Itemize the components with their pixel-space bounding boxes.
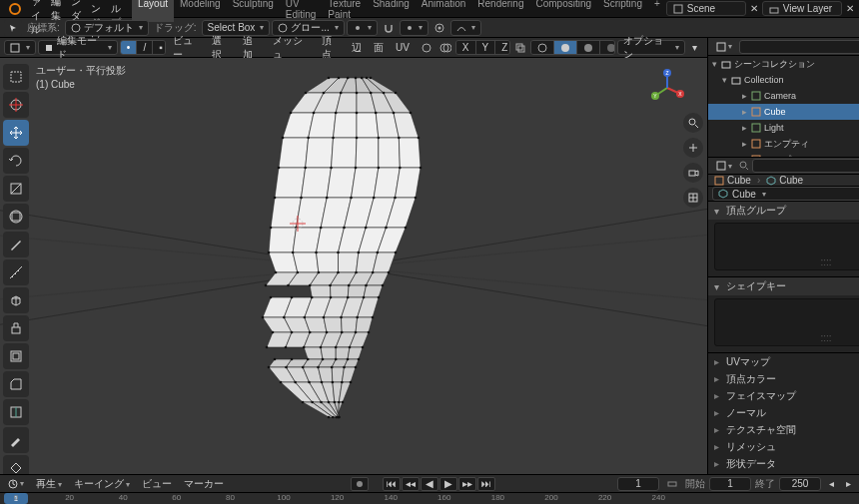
measure-tool[interactable] xyxy=(3,259,29,285)
viewlayer-field[interactable]: View Layer xyxy=(762,1,842,16)
shapekeys-list[interactable]: +− :::: xyxy=(714,298,859,346)
range-toggle[interactable] xyxy=(663,476,681,492)
axis-gizmo[interactable]: X Y Z xyxy=(647,68,687,108)
wireframe-shading[interactable] xyxy=(531,41,554,54)
menu-edit[interactable]: 編集 xyxy=(46,0,66,23)
snap-dropdown[interactable] xyxy=(400,20,429,36)
tl-view-menu[interactable]: ビュー xyxy=(138,477,176,491)
ws-sculpting[interactable]: Sculpting xyxy=(227,0,280,22)
ws-rendering[interactable]: Rendering xyxy=(471,0,529,22)
collection-node[interactable]: ▾Collection☑👁 xyxy=(708,72,859,88)
annotate-tool[interactable] xyxy=(3,232,29,257)
outliner-tree[interactable]: ▾シーンコレクション ▾Collection☑👁 ▸Camera👁▸Cube👁▸… xyxy=(708,56,859,157)
keying-menu[interactable]: キーイング xyxy=(70,477,134,491)
transform-tool[interactable] xyxy=(3,204,29,230)
shading-popover[interactable]: ▾ xyxy=(687,40,704,55)
cursor-tool[interactable] xyxy=(3,92,29,118)
section-collapsed[interactable]: ▸フェイスマップ xyxy=(708,387,859,404)
section-collapsed[interactable]: ▸リメッシュ xyxy=(708,438,859,455)
scene-new[interactable]: ✕ xyxy=(746,1,762,17)
vertex-groups-list[interactable]: +− :::: xyxy=(714,223,859,270)
outliner-item[interactable]: ▸エンプティ👁 xyxy=(708,136,859,152)
outliner-item[interactable]: ▸Light👁 xyxy=(708,120,859,136)
outliner-item[interactable]: ▸エンプティ.001👁 xyxy=(708,152,859,157)
mesh-datablock-dropdown[interactable]: Cube xyxy=(712,187,859,201)
ws-add[interactable]: + xyxy=(648,0,666,22)
ws-shading[interactable]: Shading xyxy=(367,0,416,22)
solid-shading[interactable] xyxy=(554,41,577,54)
knife-tool[interactable] xyxy=(3,427,29,453)
end-frame[interactable]: 250 xyxy=(779,477,821,491)
vertex-select[interactable]: • xyxy=(121,41,138,54)
ws-scripting[interactable]: Scripting xyxy=(597,0,648,22)
outliner-item[interactable]: ▸Cube👁 xyxy=(708,104,859,120)
extrude-tool[interactable] xyxy=(3,315,29,341)
rotate-tool[interactable] xyxy=(3,148,29,174)
overlays-toggle[interactable] xyxy=(436,40,453,55)
outliner-item[interactable]: ▸Camera👁 xyxy=(708,88,859,104)
3d-viewport[interactable]: ユーザー・平行投影 (1) Cube X Y Z xyxy=(0,58,707,474)
camera-icon[interactable] xyxy=(683,163,703,183)
snap-toggle[interactable] xyxy=(380,20,398,36)
ws-uvediting[interactable]: UV Editing xyxy=(280,0,323,22)
add-cube-tool[interactable] xyxy=(3,287,29,313)
face-menu[interactable]: 面 xyxy=(369,41,389,55)
uv-menu[interactable]: UV xyxy=(391,42,415,53)
app-logo[interactable] xyxy=(4,1,26,17)
props-type[interactable] xyxy=(712,158,736,174)
select-box-tool[interactable] xyxy=(3,64,29,90)
section-collapsed[interactable]: ▸頂点カラー xyxy=(708,370,859,387)
xray-toggle[interactable] xyxy=(512,40,529,55)
rendered-shading[interactable] xyxy=(600,41,615,54)
mirror-x[interactable]: X xyxy=(456,41,476,54)
scale-tool[interactable] xyxy=(3,176,29,202)
pivot-dropdown[interactable] xyxy=(347,20,378,36)
outliner-search[interactable] xyxy=(739,40,859,54)
play-reverse[interactable]: ◀ xyxy=(421,477,438,491)
ws-texturepaint[interactable]: Texture Paint xyxy=(322,0,367,22)
section-collapsed[interactable]: ▸形状データ xyxy=(708,455,859,472)
scene-field[interactable]: Scene xyxy=(666,1,746,16)
zoom-icon[interactable] xyxy=(683,113,703,133)
section-collapsed[interactable]: ▸ノーマル xyxy=(708,404,859,421)
outliner-type[interactable] xyxy=(712,39,736,55)
ws-compositing[interactable]: Compositing xyxy=(529,0,597,22)
mirror-y[interactable]: Y xyxy=(476,41,496,54)
view-gizmos[interactable] xyxy=(419,40,435,55)
start-frame[interactable]: 1 xyxy=(709,477,751,491)
pan-icon[interactable] xyxy=(683,138,703,158)
face-select[interactable]: ▪ xyxy=(153,41,166,54)
autokey-toggle[interactable] xyxy=(351,477,369,491)
vertex-groups-header[interactable]: ▾頂点グループ xyxy=(708,202,859,220)
next-key[interactable]: ▸▸ xyxy=(458,477,476,491)
jump-start[interactable]: ⏮ xyxy=(383,477,401,491)
timeline-scroll-left[interactable]: ◂ xyxy=(825,476,838,492)
ws-modeling[interactable]: Modeling xyxy=(174,0,227,22)
section-collapsed[interactable]: ▸カスタムプロパティ xyxy=(708,472,859,474)
current-frame[interactable]: 1 xyxy=(617,477,659,491)
ws-animation[interactable]: Animation xyxy=(416,0,471,22)
cursor-tool-icon[interactable] xyxy=(4,20,22,36)
section-collapsed[interactable]: ▸UVマップ xyxy=(708,353,859,370)
perspective-icon[interactable] xyxy=(683,188,703,208)
edge-select[interactable]: / xyxy=(137,41,153,54)
shapekeys-header[interactable]: ▾シェイプキー xyxy=(708,277,859,295)
material-shading[interactable] xyxy=(577,41,600,54)
proportional-dropdown[interactable] xyxy=(450,20,481,36)
ws-layout[interactable]: Layout xyxy=(132,0,174,22)
timeline-ruler[interactable]: 1 020406080100120140160180200220240 xyxy=(0,493,859,504)
options-dropdown[interactable]: オプション xyxy=(617,40,684,55)
mirror-z[interactable]: Z xyxy=(495,41,509,54)
edge-menu[interactable]: 辺 xyxy=(347,41,367,55)
inset-tool[interactable] xyxy=(3,343,29,369)
move-tool[interactable] xyxy=(3,120,29,146)
bevel-tool[interactable] xyxy=(3,371,29,397)
timeline-scroll-right[interactable]: ▸ xyxy=(842,476,855,492)
marker-menu[interactable]: マーカー xyxy=(180,477,228,491)
timeline-type[interactable] xyxy=(4,476,28,492)
section-collapsed[interactable]: ▸テクスチャ空間 xyxy=(708,421,859,438)
prev-key[interactable]: ◂◂ xyxy=(402,477,420,491)
viewlayer-new[interactable]: ✕ xyxy=(842,1,858,17)
proportional-toggle[interactable] xyxy=(430,20,448,36)
loopcut-tool[interactable] xyxy=(3,399,29,425)
